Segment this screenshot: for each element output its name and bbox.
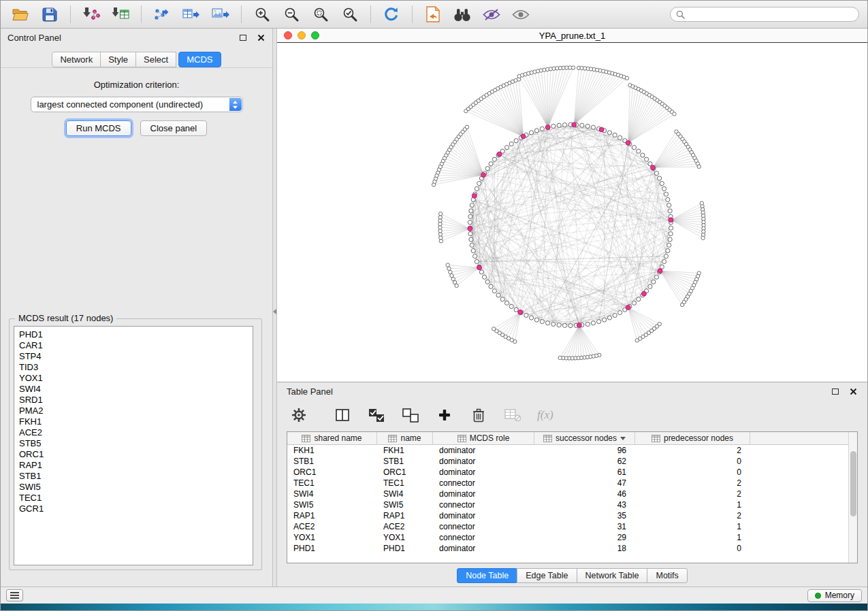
open-file-icon[interactable]	[9, 3, 32, 25]
column-header-name[interactable]: name	[377, 432, 433, 444]
table-scrollbar[interactable]	[848, 432, 857, 563]
close-panel-button[interactable]: Close panel	[140, 120, 208, 136]
share-document-icon[interactable]	[421, 3, 445, 25]
status-menu-icon[interactable]	[6, 589, 23, 601]
control-panel-header: Control Panel	[1, 29, 272, 46]
search-input[interactable]	[689, 10, 853, 19]
zoom-selected-icon[interactable]	[338, 3, 361, 25]
mcds-result-item[interactable]: STP4	[14, 351, 253, 362]
table-row[interactable]: RAP1RAP1dominator352	[287, 510, 848, 521]
create-column-plus-icon[interactable]	[435, 406, 454, 425]
run-mcds-button[interactable]: Run MCDS	[66, 120, 131, 136]
float-panel-icon[interactable]	[238, 33, 248, 42]
optimization-criterion-select[interactable]: largest connected component (undirected)	[31, 97, 243, 112]
network-search-box[interactable]	[670, 7, 859, 22]
network-window-title: YPA_prune.txt_1	[539, 31, 605, 41]
eye-icon[interactable]	[509, 3, 532, 25]
tab-mcds[interactable]: MCDS	[178, 52, 221, 67]
mcds-result-item[interactable]: STB1	[14, 471, 253, 482]
export-network-icon[interactable]	[150, 3, 174, 25]
tab-style[interactable]: Style	[100, 52, 136, 67]
mcds-result-item[interactable]: ORC1	[14, 449, 253, 460]
save-session-icon[interactable]	[38, 3, 61, 25]
sort-menu-icon[interactable]	[620, 437, 626, 440]
mcds-result-item[interactable]: GCR1	[14, 503, 253, 514]
mcds-result-item[interactable]: PHD1	[14, 329, 253, 340]
zoom-out-icon[interactable]	[280, 3, 303, 25]
delete-column-trash-icon[interactable]	[469, 406, 488, 425]
apply-layout-icon[interactable]	[380, 3, 403, 25]
table-row[interactable]: FKH1FKH1dominator962	[287, 445, 848, 456]
network-canvas[interactable]	[277, 43, 867, 382]
mcds-result-item[interactable]: YOX1	[14, 373, 253, 384]
tab-edge-table[interactable]: Edge Table	[517, 568, 577, 583]
tab-motifs[interactable]: Motifs	[647, 568, 687, 583]
table-cell: 0	[635, 543, 750, 554]
table-row[interactable]: PHD1PHD1dominator180	[287, 543, 848, 554]
table-row[interactable]: SWI5SWI5connector431	[287, 499, 848, 510]
table-row[interactable]: STB1STB1dominator620	[287, 456, 848, 467]
minimize-window-icon[interactable]	[298, 31, 306, 39]
mcds-result-item[interactable]: PMA2	[14, 406, 253, 416]
import-table-icon[interactable]	[109, 3, 132, 25]
mcds-result-item[interactable]: SWI5	[14, 482, 253, 493]
deselect-all-rows-icon[interactable]	[401, 406, 420, 425]
show-graphics-details-icon[interactable]	[480, 3, 503, 25]
close-panel-icon[interactable]	[256, 33, 266, 42]
network-graph[interactable]	[277, 43, 867, 382]
select-all-rows-icon[interactable]	[367, 406, 386, 425]
show-columns-icon[interactable]	[333, 406, 352, 425]
mcds-result-item[interactable]: ACE2	[14, 427, 253, 438]
tab-node-table[interactable]: Node Table	[457, 568, 517, 583]
table-cell: 96	[534, 445, 635, 456]
table-row[interactable]: YOX1YOX1connector291	[287, 532, 848, 543]
memory-button[interactable]: Memory	[807, 589, 862, 602]
table-cell-filler	[750, 467, 848, 478]
table-row[interactable]: TEC1TEC1connector472	[287, 478, 848, 489]
table-header-row: shared name name MCDS role successor nod…	[287, 432, 857, 445]
export-image-icon[interactable]	[209, 3, 232, 25]
table-cell: ACE2	[287, 521, 377, 532]
column-header-successor-nodes[interactable]: successor nodes	[534, 432, 635, 444]
mcds-result-item[interactable]: SWI4	[14, 384, 253, 395]
close-table-panel-icon[interactable]	[848, 386, 858, 396]
mcds-result-item[interactable]: STB5	[14, 438, 253, 449]
table-row[interactable]: ACE2ACE2connector311	[287, 521, 848, 532]
mcds-result-item[interactable]: RAP1	[14, 460, 253, 471]
table-cell-filler	[750, 510, 848, 521]
tab-select[interactable]: Select	[135, 52, 176, 67]
mcds-result-item[interactable]: TID3	[14, 362, 253, 373]
float-table-panel-icon[interactable]	[831, 386, 840, 396]
column-header-shared-name[interactable]: shared name	[287, 432, 377, 444]
tab-network[interactable]: Network	[52, 52, 101, 67]
table-cell: dominator	[433, 543, 534, 554]
search-binoculars-icon[interactable]	[451, 3, 474, 25]
import-network-icon[interactable]	[80, 3, 103, 25]
mcds-result-item[interactable]: SRD1	[14, 395, 253, 406]
table-cell: SWI4	[287, 489, 377, 499]
close-window-icon[interactable]	[284, 31, 292, 39]
table-settings-gear-icon[interactable]	[289, 406, 308, 425]
network-window-titlebar[interactable]: YPA_prune.txt_1	[277, 29, 867, 43]
collapse-panel-icon[interactable]	[273, 309, 276, 314]
export-table-icon[interactable]	[180, 3, 203, 25]
table-cell: connector	[433, 521, 534, 532]
mcds-result-group: MCDS result (17 nodes) PHD1CAR1STP4TID3Y…	[9, 318, 262, 570]
zoom-fit-icon[interactable]	[309, 3, 332, 25]
scrollbar-thumb[interactable]	[850, 451, 856, 516]
table-cell: SWI4	[377, 489, 433, 499]
column-header-mcds-role[interactable]: MCDS role	[433, 432, 534, 444]
mcds-result-item[interactable]: CAR1	[14, 340, 253, 351]
mcds-result-item[interactable]: TEC1	[14, 493, 253, 503]
table-cell: dominator	[433, 510, 534, 521]
table-cell: connector	[433, 499, 534, 510]
zoom-in-icon[interactable]	[251, 3, 274, 25]
table-row[interactable]: ORC1ORC1dominator610	[287, 467, 848, 478]
column-header-predecessor-nodes[interactable]: predecessor nodes	[635, 432, 750, 444]
table-row[interactable]: SWI4SWI4dominator462	[287, 489, 848, 499]
mcds-result-item[interactable]: FKH1	[14, 416, 253, 427]
maximize-window-icon[interactable]	[311, 31, 319, 39]
mcds-result-list[interactable]: PHD1CAR1STP4TID3YOX1SWI4SRD1PMA2FKH1ACE2…	[14, 326, 253, 565]
tab-network-table[interactable]: Network Table	[577, 568, 648, 583]
table-cell: YOX1	[287, 532, 377, 543]
